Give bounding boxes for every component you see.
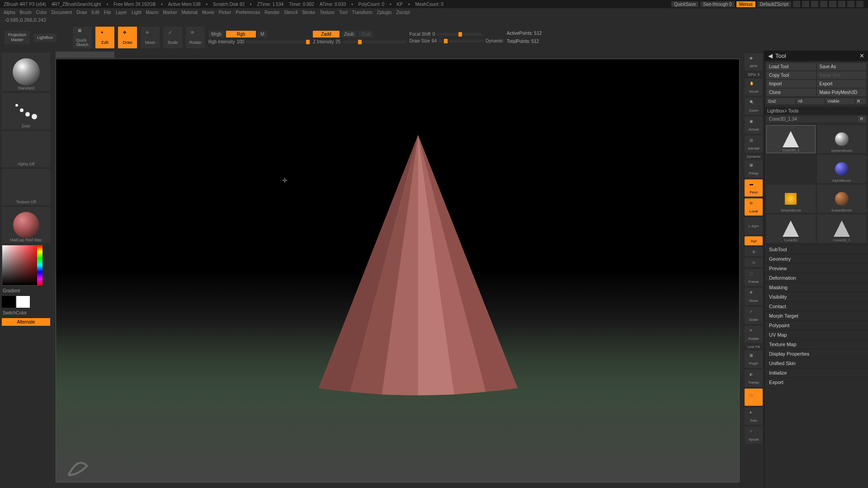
goz-button[interactable]: GoZ bbox=[766, 98, 795, 104]
menus-button[interactable]: Menus bbox=[736, 1, 755, 7]
ghost-button[interactable]: ◌ bbox=[745, 389, 763, 406]
color-picker[interactable] bbox=[2, 245, 42, 286]
gradient-label[interactable]: Gradient bbox=[2, 287, 50, 294]
menu-movie[interactable]: Movie bbox=[202, 10, 214, 15]
menu-stencil[interactable]: Stencil bbox=[284, 10, 297, 15]
tool-thumb-cone2[interactable]: Cone3D bbox=[766, 215, 816, 243]
canvas-titlebar[interactable] bbox=[56, 52, 114, 58]
lightbox-button[interactable]: LightBox bbox=[33, 33, 57, 42]
menu-zscript[interactable]: Zscript bbox=[396, 10, 410, 15]
menu-macro[interactable]: Macro bbox=[146, 10, 159, 15]
draw-button[interactable]: ✥Draw bbox=[118, 27, 137, 48]
cone-model[interactable] bbox=[291, 135, 544, 397]
xyz-button[interactable]: Xyz bbox=[745, 236, 763, 245]
rotate-button[interactable]: ⟳Rotate bbox=[186, 27, 205, 48]
paste-tool-button[interactable]: Paste Tool bbox=[817, 71, 867, 79]
quicksave-button[interactable]: QuickSave bbox=[671, 1, 698, 7]
projection-master-button[interactable]: Projection Master bbox=[5, 31, 30, 44]
zadd-button[interactable]: Zadd bbox=[313, 31, 340, 38]
nav-move-button[interactable]: ✥Move bbox=[745, 288, 763, 305]
section-preview[interactable]: Preview bbox=[764, 263, 868, 273]
mrgb-button[interactable]: Mrgb bbox=[208, 31, 224, 38]
primary-color-swatch[interactable] bbox=[16, 296, 30, 308]
local-button[interactable]: ◎Local bbox=[745, 198, 763, 216]
menu-document[interactable]: Document bbox=[52, 10, 72, 15]
section-uv-map[interactable]: UV Map bbox=[764, 330, 868, 339]
center-button[interactable]: ⊕ bbox=[745, 247, 763, 256]
m-button[interactable]: M bbox=[258, 31, 267, 38]
copy-tool-button[interactable]: Copy Tool bbox=[766, 71, 816, 79]
dynamic-label[interactable]: Dynamic bbox=[486, 38, 503, 43]
tool-r-button[interactable]: R bbox=[857, 116, 866, 122]
menu-brush[interactable]: Brush bbox=[20, 10, 32, 15]
window-icon-3[interactable] bbox=[811, 1, 818, 7]
menu-file[interactable]: File bbox=[104, 10, 111, 15]
minimize-icon[interactable] bbox=[838, 1, 845, 7]
alternate-button[interactable]: Alternate bbox=[2, 318, 50, 326]
material-selector[interactable]: MatCap Red Wax bbox=[2, 207, 50, 243]
zcut-button[interactable]: Zcut bbox=[359, 31, 373, 38]
collapse-arrow-icon[interactable]: ◀ bbox=[768, 52, 773, 59]
focal-shift-slider[interactable] bbox=[437, 33, 482, 36]
menu-texture[interactable]: Texture bbox=[320, 10, 335, 15]
zsub-button[interactable]: Zsub bbox=[341, 31, 357, 38]
load-tool-button[interactable]: Load Tool bbox=[766, 63, 816, 70]
menu-zplugin[interactable]: Zplugin bbox=[377, 10, 392, 15]
floor-button[interactable]: ▬Floor bbox=[745, 179, 763, 197]
rgb-button[interactable]: Rgb bbox=[226, 31, 256, 38]
clone-button[interactable]: Clone bbox=[766, 89, 816, 96]
menu-alpha[interactable]: Alpha bbox=[4, 10, 15, 15]
zoom-button[interactable]: 🔍Zoom bbox=[745, 98, 763, 115]
goz-r-button[interactable]: R bbox=[855, 98, 866, 104]
nav-rotate-button[interactable]: ⟳Rotate bbox=[745, 326, 763, 343]
viewport-canvas[interactable]: ✛ bbox=[56, 59, 740, 483]
alpha-selector[interactable]: Alpha Off bbox=[2, 131, 50, 167]
menu-color[interactable]: Color bbox=[36, 10, 47, 15]
section-initialize[interactable]: Initialize bbox=[764, 368, 868, 377]
menu-edit[interactable]: Edit bbox=[92, 10, 99, 15]
menu-light[interactable]: Light bbox=[132, 10, 142, 15]
frame-button[interactable]: ⬚Frame bbox=[745, 269, 763, 286]
section-polypaint[interactable]: Polypaint bbox=[764, 320, 868, 330]
menu-preferences[interactable]: Preferences bbox=[236, 10, 260, 15]
maximize-icon[interactable] bbox=[847, 1, 854, 7]
tool-thumb-sphere[interactable]: SphereBrush bbox=[817, 125, 867, 153]
zoom-extents-button[interactable]: ⊙ bbox=[745, 258, 763, 267]
menu-material[interactable]: Material bbox=[182, 10, 198, 15]
menu-tool[interactable]: Tool bbox=[339, 10, 347, 15]
bpr-button[interactable]: ◉BPR bbox=[745, 53, 763, 70]
panel-close-icon[interactable]: ✕ bbox=[859, 52, 864, 59]
scale-button[interactable]: ⤢Scale bbox=[163, 27, 182, 48]
window-icon-2[interactable] bbox=[802, 1, 809, 7]
section-texture-map[interactable]: Texture Map bbox=[764, 339, 868, 349]
section-geometry[interactable]: Geometry bbox=[764, 254, 868, 263]
stroke-selector[interactable]: Dots bbox=[2, 93, 50, 129]
xpose-button[interactable]: ✧Xpose bbox=[745, 427, 763, 444]
section-export[interactable]: Export bbox=[764, 377, 868, 387]
tool-thumb-cone3[interactable]: Cone3D_1 bbox=[817, 215, 867, 243]
secondary-color-swatch[interactable] bbox=[2, 296, 15, 308]
section-unified-skin[interactable]: Unified Skin bbox=[764, 358, 868, 368]
spix-slider[interactable]: SPix 3 bbox=[748, 72, 760, 77]
section-display-properties[interactable]: Display Properties bbox=[764, 349, 868, 358]
menu-picker[interactable]: Picker bbox=[219, 10, 231, 15]
hue-strip[interactable] bbox=[37, 245, 42, 286]
persp-button[interactable]: ▦Persp bbox=[745, 160, 763, 178]
close-icon[interactable] bbox=[856, 1, 863, 7]
save-as-button[interactable]: Save As bbox=[817, 63, 867, 70]
goz-visible-button[interactable]: Visible bbox=[826, 98, 854, 104]
window-icon-1[interactable] bbox=[793, 1, 800, 7]
section-morph-target[interactable]: Morph Target bbox=[764, 311, 868, 320]
draw-size-slider[interactable] bbox=[439, 40, 484, 42]
texture-selector[interactable]: Texture Off bbox=[2, 169, 50, 205]
aahalf-button[interactable]: ▤AAHalf bbox=[745, 136, 763, 153]
menu-render[interactable]: Render bbox=[265, 10, 280, 15]
rgb-intensity-slider[interactable] bbox=[246, 41, 309, 43]
edit-button[interactable]: ✦Edit bbox=[95, 27, 114, 48]
nav-scale-button[interactable]: ⤢Scale bbox=[745, 307, 763, 324]
lightbox-tools-header[interactable]: Lightbox> Tools bbox=[764, 107, 868, 115]
section-visibility[interactable]: Visibility bbox=[764, 292, 868, 301]
export-button[interactable]: Export bbox=[817, 80, 867, 88]
z-intensity-slider[interactable] bbox=[342, 41, 406, 43]
window-icon-4[interactable] bbox=[820, 1, 827, 7]
